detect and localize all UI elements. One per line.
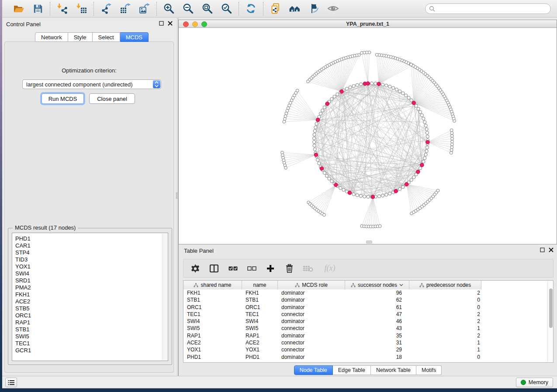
export-table-icon[interactable] xyxy=(119,3,131,14)
mcds-result-item[interactable]: ACE2 xyxy=(12,298,168,305)
mcds-result-item[interactable]: CAR1 xyxy=(12,242,168,249)
close-panel-button[interactable]: Close panel xyxy=(89,93,135,104)
mcds-result-item[interactable]: STB1 xyxy=(12,326,168,333)
annotations-icon[interactable] xyxy=(308,3,320,14)
table-cell: dominator xyxy=(278,296,345,303)
mcds-result-item[interactable]: PMA2 xyxy=(12,284,168,291)
float-panel-icon[interactable] xyxy=(540,248,545,252)
tab-network[interactable]: Network xyxy=(35,32,68,42)
column-network-icon xyxy=(419,283,424,288)
zoom-out-icon[interactable] xyxy=(182,3,194,14)
share-network-icon[interactable] xyxy=(270,3,281,14)
column-header-name[interactable]: name xyxy=(242,281,278,289)
table-cell: connector xyxy=(278,346,345,353)
zoom-in-icon[interactable] xyxy=(163,3,175,14)
zoom-fit-icon[interactable] xyxy=(201,3,213,14)
table-row[interactable]: SWI5SWI5connector431 xyxy=(183,325,547,332)
mcds-result-item[interactable]: SWI5 xyxy=(12,333,168,340)
table-scrollbar[interactable] xyxy=(547,281,553,362)
close-panel-icon[interactable] xyxy=(549,248,554,252)
network-graph[interactable] xyxy=(179,28,557,244)
maximize-window-icon[interactable] xyxy=(201,21,207,27)
export-network-icon[interactable] xyxy=(100,3,112,14)
open-session-icon[interactable] xyxy=(13,3,24,14)
eye-icon[interactable] xyxy=(327,3,339,14)
mcds-tab-pane: Optimization criterion: largest connecte… xyxy=(4,41,174,373)
table-cell: 2 xyxy=(409,318,481,325)
table-row[interactable]: YOX1YOX1connector291 xyxy=(183,346,547,353)
tab-select[interactable]: Select xyxy=(93,32,120,42)
list-icon xyxy=(8,380,14,385)
table-cell: dominator xyxy=(278,332,345,339)
refresh-icon[interactable] xyxy=(245,3,257,14)
result-list-scrollbar[interactable] xyxy=(162,234,167,360)
tab-edge-table[interactable]: Edge Table xyxy=(333,365,371,375)
mcds-result-item[interactable]: PHD1 xyxy=(12,235,168,242)
zoom-selected-icon[interactable] xyxy=(221,3,232,14)
add-column-icon[interactable] xyxy=(265,263,276,274)
table-row[interactable]: RAP1RAP1dominator352 xyxy=(183,332,547,339)
save-session-icon[interactable] xyxy=(32,3,44,14)
close-window-icon[interactable] xyxy=(183,21,189,27)
mcds-result-item[interactable]: TID3 xyxy=(12,256,168,263)
search-input[interactable] xyxy=(437,5,550,13)
column-header-MCDS-role[interactable]: MCDS role xyxy=(278,281,345,289)
home-icon[interactable] xyxy=(289,3,301,14)
table-cell: STB1 xyxy=(242,296,278,303)
network-canvas[interactable] xyxy=(179,28,557,244)
import-table-icon[interactable] xyxy=(76,3,87,14)
column-header-predecessor-nodes[interactable]: predecessor nodes xyxy=(409,281,481,289)
table-cell: 2 xyxy=(409,311,481,318)
select-all-icon[interactable] xyxy=(227,263,239,274)
table-row[interactable]: ACE2ACE2connector311 xyxy=(183,339,547,346)
mcds-result-item[interactable]: YOX1 xyxy=(12,263,168,270)
mcds-result-list[interactable]: PHD1CAR1STP4TID3YOX1SWI4SRD1PMA2FKH1ACE2… xyxy=(12,233,168,361)
tab-style[interactable]: Style xyxy=(68,32,93,42)
table-cell: TEC1 xyxy=(183,311,242,318)
delete-column-trash-icon[interactable] xyxy=(284,263,295,274)
mcds-result-item[interactable]: STP4 xyxy=(12,249,168,256)
window-controls xyxy=(183,21,207,27)
network-window-titlebar[interactable]: YPA_prune.txt_1 xyxy=(179,20,557,28)
table-cell: connector xyxy=(278,339,345,346)
mcds-result-item[interactable]: GCR1 xyxy=(12,347,168,354)
tab-motifs[interactable]: Motifs xyxy=(416,365,442,375)
mcds-result-item[interactable]: RAP1 xyxy=(12,319,168,326)
table-settings-gear-icon[interactable] xyxy=(190,263,201,274)
export-image-icon[interactable] xyxy=(138,3,150,14)
mcds-result-item[interactable]: ORC1 xyxy=(12,312,168,319)
column-header-successor-nodes[interactable]: successor nodes xyxy=(345,281,409,289)
run-mcds-button[interactable]: Run MCDS xyxy=(42,93,84,104)
network-window-title: YPA_prune.txt_1 xyxy=(346,21,389,27)
tab-mcds[interactable]: MCDS xyxy=(120,32,149,42)
mcds-result-item[interactable]: STB5 xyxy=(12,305,168,312)
column-header-shared-name[interactable]: shared name xyxy=(183,281,242,289)
mcds-result-item[interactable]: SWI4 xyxy=(12,270,168,277)
mcds-result-item[interactable]: FKH1 xyxy=(12,291,168,298)
table-row[interactable]: SWI4SWI4dominator462 xyxy=(183,318,547,325)
table-row[interactable]: ORC1ORC1dominator610 xyxy=(183,304,547,311)
horizontal-splitter-grip[interactable] xyxy=(366,241,372,244)
table-row[interactable]: TEC1TEC1connector472 xyxy=(183,311,547,318)
tab-network-table[interactable]: Network Table xyxy=(371,365,416,375)
mcds-result-item[interactable]: TEC1 xyxy=(12,340,168,347)
column-network-icon xyxy=(194,283,198,288)
mcds-result-title: MCDS result (17 nodes) xyxy=(13,224,78,231)
close-panel-icon[interactable] xyxy=(168,21,173,26)
minimize-window-icon[interactable] xyxy=(192,21,198,27)
task-history-button[interactable] xyxy=(5,378,17,387)
mcds-result-item[interactable]: SRD1 xyxy=(12,277,168,284)
deselect-all-icon[interactable] xyxy=(246,263,257,274)
tab-node-table[interactable]: Node Table xyxy=(294,365,333,375)
table-cell: ORC1 xyxy=(242,304,278,311)
table-row[interactable]: STB1STB1dominator620 xyxy=(183,296,547,303)
float-panel-icon[interactable] xyxy=(159,21,164,26)
search-field[interactable] xyxy=(425,3,551,14)
show-columns-icon[interactable] xyxy=(208,263,220,274)
optimization-criterion-select[interactable]: largest connected component (undirected) xyxy=(22,79,161,89)
table-row[interactable]: FKH1FKH1dominator962 xyxy=(183,289,547,296)
import-network-icon[interactable] xyxy=(56,3,68,14)
scrollbar-thumb[interactable] xyxy=(549,289,553,328)
table-row[interactable]: PHD1PHD1dominator180 xyxy=(183,354,547,361)
memory-button[interactable]: Memory xyxy=(516,378,553,387)
